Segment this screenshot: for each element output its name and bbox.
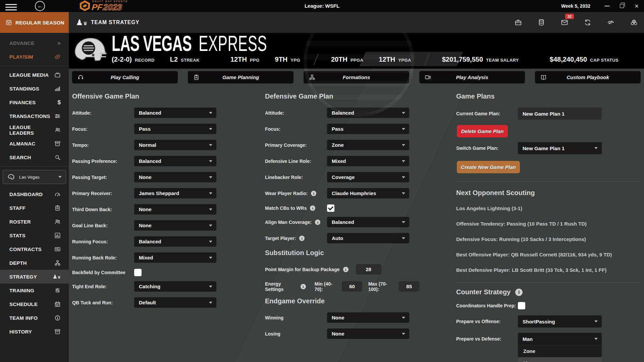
regular-season-button[interactable]: REGULAR SEASON <box>0 12 69 33</box>
off-primary-receiver-select[interactable]: James Sheppard <box>134 188 216 198</box>
off-goal-line-back-select[interactable]: None <box>134 220 216 231</box>
off-qb-tuck-run-select[interactable]: Default <box>134 297 216 308</box>
section-title: Offensive Game Plan <box>72 93 223 100</box>
sidebar-item-history[interactable]: HISTORY <box>0 325 69 339</box>
info-icon[interactable] <box>343 267 348 272</box>
chevron-down-icon <box>209 144 212 146</box>
team-select-dropdown[interactable]: Las Vegas <box>3 170 66 184</box>
delete-game-plan-button[interactable]: Delete Game Plan <box>457 125 508 137</box>
divider <box>0 166 69 167</box>
energy-max-input[interactable]: 85 <box>399 281 419 292</box>
sidebar-item-league-leaders[interactable]: LEAGUE LEADERS <box>0 123 69 137</box>
sidebar-item-finances[interactable]: FINANCES $ <box>0 96 69 109</box>
sidebar-item-strategy[interactable]: STRATEGY ♟♛ <box>0 270 69 284</box>
off-focus-select[interactable]: Pass <box>134 124 216 134</box>
endgame-winning-select[interactable]: None <box>327 312 409 323</box>
tab-custom-playbook[interactable]: Custom Playbook <box>535 71 641 83</box>
info-icon[interactable] <box>301 284 306 289</box>
off-attitude-select[interactable]: Balanced <box>134 108 216 118</box>
chevron-down-icon <box>594 147 598 149</box>
create-new-game-plan-button[interactable]: Create New Game Plan <box>457 161 520 173</box>
sidebar-item-play-sim[interactable]: PLAY/SIM <box>0 50 69 64</box>
season-label: REGULAR SEASON <box>15 20 64 25</box>
binoculars-icon[interactable] <box>630 18 638 26</box>
tab-game-planning[interactable]: Game Planning <box>188 71 293 83</box>
sidebar-item-roster[interactable]: ROSTER <box>0 215 69 229</box>
divider <box>456 283 641 283</box>
chevron-down-icon <box>209 257 212 259</box>
sidebar-item-dashboard[interactable]: DASHBOARD <box>0 187 69 201</box>
point-margin-input[interactable]: 28 <box>356 264 381 275</box>
info-icon[interactable] <box>515 289 523 296</box>
tab-play-calling[interactable]: Play Calling <box>72 71 178 83</box>
chevron-down-icon <box>209 208 212 210</box>
chevron-down-icon <box>402 192 405 194</box>
info-icon[interactable] <box>299 236 305 241</box>
def-target-player-select[interactable]: Auto <box>327 233 409 243</box>
tv-icon <box>54 72 61 78</box>
def-align-man-coverage-select[interactable]: Balanced <box>327 217 409 227</box>
week-indicator: Week 5, 2032 <box>561 3 590 9</box>
info-icon[interactable] <box>310 205 315 211</box>
handshake-icon[interactable] <box>607 18 615 26</box>
sidebar-item-almanac[interactable]: ALMANAC <box>0 137 69 150</box>
chevron-down-icon <box>402 144 405 146</box>
info-icon[interactable] <box>311 191 316 196</box>
prepare-vs-defense-select[interactable]: Man <box>518 333 602 345</box>
bar-chart-icon <box>54 85 61 92</box>
switch-game-plan-select[interactable]: New Game Plan 1 <box>518 142 602 154</box>
sidebar-item-contracts[interactable]: CONTRACTS <box>0 242 69 256</box>
database-icon[interactable] <box>537 18 545 26</box>
minimize-button[interactable] <box>600 0 614 12</box>
off-third-down-back-select[interactable]: None <box>134 204 216 215</box>
tab-formations[interactable]: Formations <box>304 71 409 83</box>
sidebar-item-advance[interactable]: ADVANCE » <box>0 36 69 50</box>
sync-icon[interactable] <box>584 18 592 26</box>
sidebar-item-team-info[interactable]: TEAM INFO <box>0 311 69 325</box>
helmet-icon <box>7 173 15 181</box>
def-primary-coverage-select[interactable]: Zone <box>327 140 409 150</box>
sidebar-item-league-media[interactable]: LEAGUE MEDIA <box>0 68 69 82</box>
tab-play-analysis[interactable]: Play Analysis <box>419 71 525 83</box>
off-passing-preference-select[interactable]: Balanced <box>134 156 216 166</box>
briefcase-icon[interactable] <box>514 18 522 26</box>
backfield-by-committee-checkbox[interactable] <box>134 269 142 276</box>
def-line-role-select[interactable]: Mixed <box>327 156 409 166</box>
info-icon[interactable] <box>315 220 320 225</box>
sidebar-item-depth[interactable]: DEPTH <box>0 256 69 270</box>
coordinators-handle-prep-checkbox[interactable] <box>518 302 525 309</box>
sidebar-item-search[interactable]: SEARCH <box>0 150 69 164</box>
off-running-back-role-select[interactable]: Mixed <box>134 252 216 263</box>
sidebar-item-standings[interactable]: STANDINGS <box>0 82 69 96</box>
endgame-losing-select[interactable]: None <box>327 328 409 339</box>
sidebar-item-schedule[interactable]: SCHEDULE <box>0 297 69 311</box>
restore-button[interactable] <box>614 0 629 12</box>
chevron-down-icon <box>209 192 212 194</box>
def-linebacker-role-select[interactable]: Coverage <box>327 172 409 182</box>
off-running-focus-select[interactable]: Balanced <box>134 236 216 247</box>
def-wear-player-radio-select[interactable]: Claude Humphries <box>327 188 409 198</box>
chevron-down-icon <box>402 237 405 239</box>
chess-icon: ♟♛ <box>76 18 88 26</box>
def-attitude-select[interactable]: Balanced <box>327 108 409 118</box>
sidebar-item-training[interactable]: TRAINING <box>0 284 69 297</box>
off-tight-end-role-select[interactable]: Catching <box>134 281 216 292</box>
chevron-down-icon <box>594 320 598 322</box>
off-passing-target-select[interactable]: None <box>134 172 216 182</box>
match-cbs-to-wrs-checkbox[interactable] <box>327 204 334 212</box>
prepare-vs-offense-select[interactable]: ShortPassing <box>518 315 602 327</box>
def-focus-select[interactable]: Pass <box>327 124 409 134</box>
calendar-icon <box>54 301 61 307</box>
sidebar-item-transactions[interactable]: TRANSACTIONS <box>0 109 69 123</box>
sidebar-item-stats[interactable]: STATS <box>0 229 69 242</box>
stat-team-salary: $201,759,550TEAM SALARY <box>442 56 519 63</box>
option-man[interactable]: Man <box>518 357 602 362</box>
close-button[interactable]: × <box>629 0 644 12</box>
option-zone[interactable]: Zone <box>518 345 602 357</box>
off-tempo-select[interactable]: Normal <box>134 140 216 150</box>
chevron-down-icon <box>209 225 212 227</box>
sidebar-item-staff[interactable]: STAFF <box>0 201 69 215</box>
energy-min-input[interactable]: 60 <box>342 281 362 292</box>
headset-icon <box>77 74 84 80</box>
mail-icon[interactable]: 32 <box>560 18 569 26</box>
